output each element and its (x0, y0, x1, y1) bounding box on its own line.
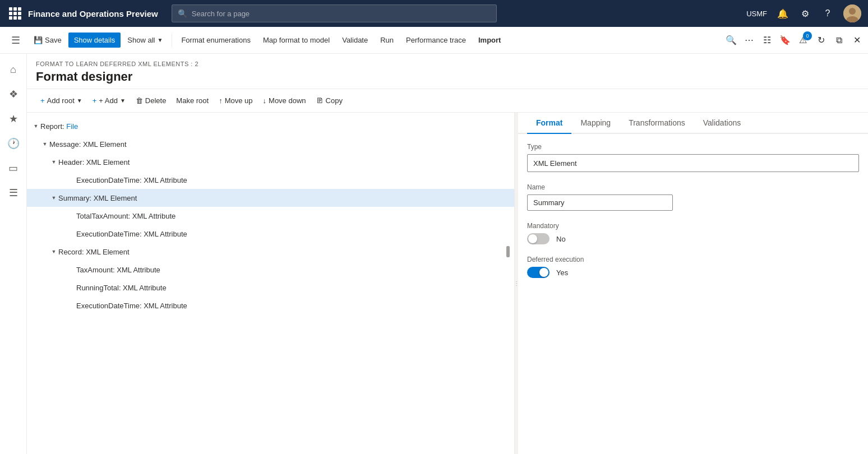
tree-item-label-executiondatetime3: ExecutionDateTime: XML Attribute (76, 302, 510, 310)
tree-item-executiondatetime3[interactable]: ExecutionDateTime: XML Attribute (27, 297, 514, 314)
tree-item-header[interactable]: ▼ Header: XML Element (27, 153, 514, 171)
validate-button[interactable]: Validate (336, 33, 373, 48)
chevron-down-icon: ▼ (158, 37, 163, 43)
show-all-button[interactable]: Show all ▼ (122, 33, 168, 48)
sidebar-item-modules[interactable]: ☰ (2, 182, 25, 204)
page-title: Format designer (36, 70, 859, 84)
name-label: Name (527, 183, 859, 191)
tree-item-label-totaltaxamount: TotalTaxAmount: XML Attribute (76, 212, 510, 220)
tree-toggle-message[interactable]: ▼ (40, 140, 49, 149)
help-icon[interactable]: ? (821, 7, 834, 20)
sidebar-item-workspaces[interactable]: ▭ (2, 157, 25, 179)
designer-toolbar: + Add root ▼ + + Add ▼ 🗑 Delete Make roo… (27, 89, 868, 113)
show-details-button[interactable]: Show details (68, 33, 121, 48)
tree-item-label-executiondatetime1: ExecutionDateTime: XML Attribute (76, 176, 510, 184)
tab-mapping[interactable]: Mapping (571, 113, 620, 134)
import-button[interactable]: Import (473, 33, 506, 48)
tree-item-label-message: Message: XML Element (49, 140, 510, 149)
file-link[interactable]: File (66, 122, 78, 131)
make-root-button[interactable]: Make root (172, 94, 213, 108)
grid-view-icon[interactable]: ☷ (760, 34, 774, 47)
tree-toggle-none6 (67, 301, 76, 310)
tree-item-executiondatetime1[interactable]: ExecutionDateTime: XML Attribute (27, 171, 514, 189)
map-format-to-model-button[interactable]: Map format to model (257, 33, 335, 48)
run-button[interactable]: Run (375, 33, 399, 48)
format-enumerations-button[interactable]: Format enumerations (176, 33, 256, 48)
tree-toggle-record[interactable]: ▼ (49, 247, 58, 256)
type-value: XML Element (527, 154, 859, 172)
tree-toggle-none (67, 175, 76, 184)
props-panel: Format Mapping Transformations Validatio… (518, 113, 868, 454)
search-toolbar-icon[interactable]: 🔍 (724, 34, 738, 47)
performance-trace-button[interactable]: Performance trace (400, 33, 472, 48)
trash-icon: 🗑 (136, 96, 143, 105)
tree-item-report[interactable]: ▼ Report: File (27, 117, 514, 135)
sidebar-item-favorites[interactable]: ★ (2, 108, 25, 130)
sidebar-item-recent[interactable]: 🕐 (2, 132, 25, 155)
tab-format[interactable]: Format (527, 113, 571, 134)
bookmark-icon[interactable]: 🔖 (778, 34, 792, 47)
page-header: FORMAT TO LEARN DEFERRED XML ELEMENTS : … (27, 54, 868, 89)
search-input[interactable] (192, 10, 491, 18)
mandatory-toggle-knob (528, 234, 537, 243)
tree-item-summary[interactable]: ▼ Summary: XML Element (27, 189, 514, 207)
chevron-down-icon-2: ▼ (77, 98, 82, 104)
main-layout: ⌂ ❖ ★ 🕐 ▭ ☰ FORMAT TO LEARN DEFERRED XML… (0, 54, 868, 454)
plus-icon: + (40, 96, 45, 105)
tree-item-executiondatetime2[interactable]: ExecutionDateTime: XML Attribute (27, 225, 514, 243)
tree-toggle-none3 (67, 229, 76, 238)
prop-deferred-group: Deferred execution Yes (527, 256, 859, 278)
tree-item-message[interactable]: ▼ Message: XML Element (27, 135, 514, 153)
name-input[interactable] (527, 194, 673, 211)
move-up-button[interactable]: ↑ Move up (214, 94, 257, 108)
more-icon[interactable]: ⋯ (742, 34, 756, 47)
delete-button[interactable]: 🗑 Delete (131, 94, 171, 108)
tree-toggle-none4 (67, 265, 76, 274)
close-icon[interactable]: ✕ (850, 34, 864, 47)
tree-item-runningtotal[interactable]: RunningTotal: XML Attribute (27, 279, 514, 297)
sidebar-item-filter[interactable]: ❖ (2, 83, 25, 105)
tree-item-label-report: Report: File (40, 122, 510, 131)
tree-toggle-summary[interactable]: ▼ (49, 193, 58, 202)
refresh-icon[interactable]: ↻ (814, 34, 828, 47)
tab-validations[interactable]: Validations (694, 113, 750, 134)
add-button[interactable]: + + Add ▼ (88, 94, 130, 108)
tab-transformations[interactable]: Transformations (620, 113, 694, 134)
tree-toggle-header[interactable]: ▼ (49, 157, 58, 166)
tree-item-taxamount[interactable]: TaxAmount: XML Attribute (27, 261, 514, 279)
mandatory-toggle[interactable] (527, 233, 550, 244)
add-root-button[interactable]: + Add root ▼ (36, 94, 87, 108)
avatar[interactable] (843, 4, 861, 22)
save-button[interactable]: 💾 Save (28, 33, 67, 48)
copy-icon: 🖹 (316, 96, 324, 105)
tab-bar: Format Mapping Transformations Validatio… (518, 113, 868, 134)
tree-item-label-record: Record: XML Element (58, 248, 504, 256)
nav-user: USMF (746, 10, 767, 18)
waffle-button[interactable] (7, 5, 24, 22)
tree-item-label-executiondatetime2: ExecutionDateTime: XML Attribute (76, 230, 510, 238)
move-down-button[interactable]: ↓ Move down (258, 94, 311, 108)
top-nav: Finance and Operations Preview 🔍 USMF 🔔 … (0, 0, 868, 27)
sidebar-item-home[interactable]: ⌂ (2, 58, 25, 81)
tree-item-label-taxamount: TaxAmount: XML Attribute (76, 266, 510, 274)
tree-item-totaltaxamount[interactable]: TotalTaxAmount: XML Attribute (27, 207, 514, 225)
prop-name-group: Name (527, 183, 859, 211)
copy-button[interactable]: 🖹 Copy (312, 94, 347, 108)
deferred-toggle-knob (539, 268, 548, 277)
prop-type-group: Type XML Element (527, 143, 859, 172)
tree-toggle-report[interactable]: ▼ (31, 122, 40, 131)
drag-handle[interactable] (506, 246, 510, 257)
search-bar[interactable]: 🔍 (172, 4, 497, 22)
mandatory-toggle-row: No (527, 233, 859, 244)
deferred-toggle[interactable] (527, 267, 550, 278)
notifications-badge-container: ⚠ 0 (796, 34, 810, 47)
nav-toggle[interactable]: ☰ (4, 29, 27, 52)
open-in-new-icon[interactable]: ⧉ (832, 34, 846, 47)
tree-item-label-header: Header: XML Element (58, 158, 510, 166)
chevron-down-icon-3: ▼ (120, 98, 126, 104)
notifications-icon[interactable]: 🔔 (776, 7, 789, 20)
settings-icon[interactable]: ⚙ (798, 7, 812, 20)
tree-item-label-runningtotal: RunningTotal: XML Attribute (76, 284, 510, 292)
tree-item-record[interactable]: ▼ Record: XML Element (27, 243, 514, 261)
split-panel: ▼ Report: File ▼ Message: XML Element ▼ … (27, 113, 868, 454)
